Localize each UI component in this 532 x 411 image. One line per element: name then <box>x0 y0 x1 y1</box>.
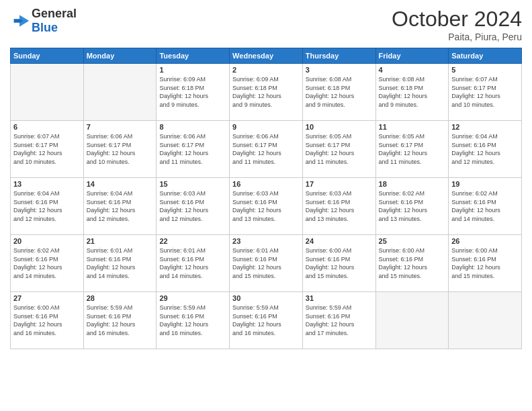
calendar-day-cell: 20Sunrise: 6:02 AM Sunset: 6:16 PM Dayli… <box>11 235 84 292</box>
calendar-day-cell: 6Sunrise: 6:07 AM Sunset: 6:17 PM Daylig… <box>11 121 84 178</box>
calendar-day-cell: 25Sunrise: 6:00 AM Sunset: 6:16 PM Dayli… <box>375 235 449 292</box>
calendar-day-cell <box>375 292 449 349</box>
calendar-day-cell: 28Sunrise: 5:59 AM Sunset: 6:16 PM Dayli… <box>83 292 157 349</box>
calendar-day-cell: 10Sunrise: 6:05 AM Sunset: 6:17 PM Dayli… <box>302 121 375 178</box>
day-info: Sunrise: 6:03 AM Sunset: 6:16 PM Dayligh… <box>306 189 373 223</box>
day-info: Sunrise: 6:06 AM Sunset: 6:17 PM Dayligh… <box>87 132 154 166</box>
day-number: 21 <box>87 237 154 245</box>
title-block: October 2024 Paita, Piura, Peru <box>392 7 522 42</box>
day-number: 27 <box>13 294 81 302</box>
location-title: Paita, Piura, Peru <box>392 32 522 42</box>
day-number: 13 <box>13 180 81 188</box>
day-number: 7 <box>87 123 154 131</box>
calendar-week-row: 1Sunrise: 6:09 AM Sunset: 6:18 PM Daylig… <box>11 64 522 121</box>
page: General Blue October 2024 Paita, Piura, … <box>0 0 532 411</box>
calendar-day-cell: 24Sunrise: 6:00 AM Sunset: 6:16 PM Dayli… <box>302 235 375 292</box>
day-number: 9 <box>232 123 300 131</box>
calendar-day-cell: 22Sunrise: 6:01 AM Sunset: 6:16 PM Dayli… <box>157 235 230 292</box>
day-number: 4 <box>379 66 446 74</box>
day-number: 14 <box>87 180 154 188</box>
weekday-header-cell: Thursday <box>302 48 375 64</box>
day-number: 1 <box>159 66 226 74</box>
day-info: Sunrise: 6:02 AM Sunset: 6:16 PM Dayligh… <box>451 189 519 223</box>
calendar-day-cell: 14Sunrise: 6:04 AM Sunset: 6:16 PM Dayli… <box>83 178 157 235</box>
day-info: Sunrise: 6:09 AM Sunset: 6:18 PM Dayligh… <box>232 75 300 109</box>
day-number: 6 <box>13 123 81 131</box>
calendar-day-cell: 31Sunrise: 5:59 AM Sunset: 6:16 PM Dayli… <box>302 292 375 349</box>
weekday-header-cell: Saturday <box>449 48 522 64</box>
day-info: Sunrise: 6:06 AM Sunset: 6:17 PM Dayligh… <box>232 132 300 166</box>
day-info: Sunrise: 6:04 AM Sunset: 6:16 PM Dayligh… <box>451 132 519 166</box>
calendar-week-row: 13Sunrise: 6:04 AM Sunset: 6:16 PM Dayli… <box>11 178 522 235</box>
calendar-day-cell <box>83 64 157 121</box>
day-number: 11 <box>379 123 446 131</box>
day-info: Sunrise: 6:01 AM Sunset: 6:16 PM Dayligh… <box>159 246 226 280</box>
logo-general-text: General <box>32 7 77 20</box>
day-number: 17 <box>306 180 373 188</box>
day-info: Sunrise: 6:03 AM Sunset: 6:16 PM Dayligh… <box>232 189 300 223</box>
header: General Blue October 2024 Paita, Piura, … <box>10 7 522 42</box>
day-number: 19 <box>451 180 519 188</box>
weekday-header-cell: Friday <box>375 48 449 64</box>
logo: General Blue <box>10 7 77 35</box>
day-number: 24 <box>306 237 373 245</box>
day-number: 30 <box>232 294 300 302</box>
day-number: 25 <box>379 237 446 245</box>
calendar-header-row: SundayMondayTuesdayWednesdayThursdayFrid… <box>11 48 522 64</box>
calendar-day-cell: 27Sunrise: 6:00 AM Sunset: 6:16 PM Dayli… <box>11 292 84 349</box>
calendar-week-row: 27Sunrise: 6:00 AM Sunset: 6:16 PM Dayli… <box>11 292 522 349</box>
day-info: Sunrise: 5:59 AM Sunset: 6:16 PM Dayligh… <box>159 304 226 337</box>
day-number: 16 <box>232 180 300 188</box>
day-info: Sunrise: 6:02 AM Sunset: 6:16 PM Dayligh… <box>13 246 81 280</box>
calendar-day-cell: 26Sunrise: 6:00 AM Sunset: 6:16 PM Dayli… <box>449 235 522 292</box>
day-info: Sunrise: 6:00 AM Sunset: 6:16 PM Dayligh… <box>451 246 519 280</box>
day-info: Sunrise: 6:05 AM Sunset: 6:17 PM Dayligh… <box>379 132 446 166</box>
day-number: 20 <box>13 237 81 245</box>
day-number: 18 <box>379 180 446 188</box>
day-info: Sunrise: 6:08 AM Sunset: 6:18 PM Dayligh… <box>379 75 446 109</box>
day-info: Sunrise: 6:00 AM Sunset: 6:16 PM Dayligh… <box>13 304 81 337</box>
day-info: Sunrise: 6:00 AM Sunset: 6:16 PM Dayligh… <box>379 246 446 280</box>
day-info: Sunrise: 6:07 AM Sunset: 6:17 PM Dayligh… <box>13 132 81 166</box>
day-number: 23 <box>232 237 300 245</box>
calendar-day-cell: 12Sunrise: 6:04 AM Sunset: 6:16 PM Dayli… <box>449 121 522 178</box>
calendar-day-cell: 2Sunrise: 6:09 AM Sunset: 6:18 PM Daylig… <box>230 64 303 121</box>
day-number: 8 <box>159 123 226 131</box>
weekday-header-cell: Monday <box>83 48 157 64</box>
calendar-day-cell: 3Sunrise: 6:08 AM Sunset: 6:18 PM Daylig… <box>302 64 375 121</box>
calendar-day-cell <box>449 292 522 349</box>
day-number: 22 <box>159 237 226 245</box>
day-number: 26 <box>451 237 519 245</box>
weekday-header-cell: Sunday <box>11 48 84 64</box>
month-title: October 2024 <box>392 7 522 32</box>
day-number: 3 <box>306 66 373 74</box>
calendar-day-cell: 9Sunrise: 6:06 AM Sunset: 6:17 PM Daylig… <box>230 121 303 178</box>
calendar-day-cell: 15Sunrise: 6:03 AM Sunset: 6:16 PM Dayli… <box>157 178 230 235</box>
weekday-header-cell: Tuesday <box>157 48 230 64</box>
calendar-day-cell: 5Sunrise: 6:07 AM Sunset: 6:17 PM Daylig… <box>449 64 522 121</box>
calendar: SundayMondayTuesdayWednesdayThursdayFrid… <box>10 48 522 349</box>
day-number: 2 <box>232 66 300 74</box>
day-info: Sunrise: 6:09 AM Sunset: 6:18 PM Dayligh… <box>159 75 226 109</box>
calendar-day-cell: 7Sunrise: 6:06 AM Sunset: 6:17 PM Daylig… <box>83 121 157 178</box>
calendar-day-cell: 17Sunrise: 6:03 AM Sunset: 6:16 PM Dayli… <box>302 178 375 235</box>
day-info: Sunrise: 6:04 AM Sunset: 6:16 PM Dayligh… <box>13 189 81 223</box>
logo-icon <box>10 14 29 28</box>
day-number: 5 <box>451 66 519 74</box>
day-info: Sunrise: 6:08 AM Sunset: 6:18 PM Dayligh… <box>306 75 373 109</box>
day-info: Sunrise: 6:02 AM Sunset: 6:16 PM Dayligh… <box>379 189 446 223</box>
calendar-day-cell <box>11 64 84 121</box>
day-number: 12 <box>451 123 519 131</box>
day-info: Sunrise: 6:05 AM Sunset: 6:17 PM Dayligh… <box>306 132 373 166</box>
calendar-day-cell: 16Sunrise: 6:03 AM Sunset: 6:16 PM Dayli… <box>230 178 303 235</box>
logo-blue-text: Blue <box>32 21 58 34</box>
day-number: 10 <box>306 123 373 131</box>
calendar-day-cell: 30Sunrise: 5:59 AM Sunset: 6:16 PM Dayli… <box>230 292 303 349</box>
day-info: Sunrise: 5:59 AM Sunset: 6:16 PM Dayligh… <box>306 304 373 337</box>
day-info: Sunrise: 6:03 AM Sunset: 6:16 PM Dayligh… <box>159 189 226 223</box>
weekday-header-cell: Wednesday <box>230 48 303 64</box>
calendar-day-cell: 1Sunrise: 6:09 AM Sunset: 6:18 PM Daylig… <box>157 64 230 121</box>
day-number: 31 <box>306 294 373 302</box>
calendar-day-cell: 23Sunrise: 6:01 AM Sunset: 6:16 PM Dayli… <box>230 235 303 292</box>
day-info: Sunrise: 6:07 AM Sunset: 6:17 PM Dayligh… <box>451 75 519 109</box>
